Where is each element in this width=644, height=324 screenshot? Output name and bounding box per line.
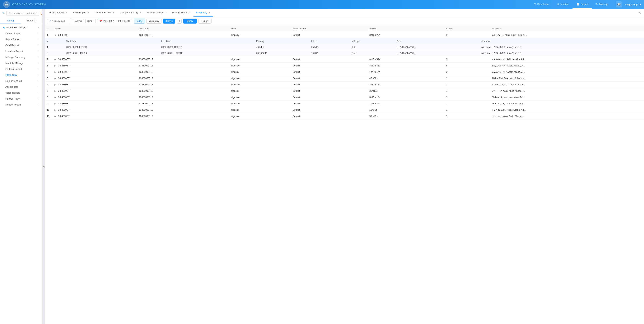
tab-location[interactable]: Location Report ✕ — [92, 9, 117, 17]
btn-export[interactable]: Export — [198, 18, 212, 23]
sidebar-item-monthly-mileage[interactable]: Monthly Mileage ♡ — [0, 60, 42, 66]
favorite-route-icon[interactable]: ♡ — [37, 38, 39, 41]
tab-bar-close-btn[interactable]: ✕ — [637, 11, 642, 15]
expand-btn-4[interactable]: ▶ — [54, 77, 58, 80]
nav-monitor[interactable]: ◎ Monitor — [553, 0, 572, 9]
col-header-count: Count — [444, 25, 490, 32]
tab-location-close[interactable]: ✕ — [112, 11, 114, 14]
cell-device-9: 13880000712 — [137, 107, 229, 113]
btn-query[interactable]: Query — [183, 18, 197, 23]
favorite-cmd-icon[interactable]: ♡ — [37, 44, 39, 47]
expand-btn-5[interactable]: ▶ — [54, 83, 58, 86]
favorite-location-icon[interactable]: ♡ — [37, 50, 39, 53]
favorite-acc-icon[interactable]: ♡ — [37, 86, 39, 88]
tab-route-close[interactable]: ✕ — [88, 11, 89, 14]
cell-device-5: 13880000712 — [137, 82, 229, 88]
favorite-mileage-summary-icon[interactable]: ♡ — [37, 56, 39, 59]
favorite-monthly-mileage-icon[interactable]: ♡ — [37, 62, 39, 65]
nav-report[interactable]: 📄 Report — [572, 0, 592, 9]
sidebar-group-header-travel[interactable]: ◀ Travel Reports (17) ∧ — [0, 24, 42, 30]
favorite-often-stay-icon[interactable]: ♡ — [37, 74, 39, 76]
expand-btn-0[interactable]: ▼ — [54, 34, 58, 36]
cell-parking-8: 1h26m21s — [368, 101, 444, 107]
favorite-parking-icon[interactable]: ♡ — [37, 68, 39, 70]
nav-manage[interactable]: ⚙ Manage — [592, 0, 612, 9]
btn-today[interactable]: Today — [134, 18, 145, 23]
tab-driving-close[interactable]: ✕ — [66, 11, 67, 14]
sidebar-item-packet[interactable]: Packet Report ♡ — [0, 96, 42, 102]
sidebar-item-rotate[interactable]: Rotate Report ♡ — [0, 102, 42, 108]
user-menu-btn[interactable]: uniguardgps ▾ — [625, 3, 641, 6]
expand-btn-9[interactable]: ▶ — [54, 109, 58, 111]
message-icon-btn[interactable]: 💬 — [616, 1, 622, 7]
favorite-driving-icon[interactable]: ♡ — [37, 32, 39, 35]
sidebar-item-parking[interactable]: Parking Report ♡ — [0, 66, 42, 72]
expand-btn-8[interactable]: ▶ — [54, 102, 58, 105]
sidebar-item-often-stay[interactable]: Often Stay ♡ — [0, 72, 42, 78]
content-area: Driving Report ✕ Route Report ✕ Location… — [45, 9, 644, 324]
sidebar-item-mileage-summary[interactable]: Mileage Summary ♡ — [0, 54, 42, 60]
cell-num-7: 8 — [45, 94, 52, 101]
favorite-rotate-icon[interactable]: ♡ — [37, 103, 39, 106]
filter-selected[interactable]: ✓ 1 is selected — [47, 19, 70, 23]
sidebar-item-label-rotate: Rotate Report — [5, 103, 21, 106]
search-input[interactable] — [6, 11, 39, 16]
tab-mileage-close[interactable]: ✕ — [140, 11, 142, 14]
tab-parking[interactable]: Parking Report ✕ — [170, 9, 194, 17]
logo-icon[interactable] — [3, 1, 10, 8]
filter-date-range[interactable]: 📅 2024-03-29 - 2024-04-01 — [97, 19, 132, 23]
favorite-voice-icon[interactable]: ♡ — [37, 92, 39, 94]
tab-parking-close[interactable]: ✕ — [189, 11, 191, 14]
favorite-packet-icon[interactable]: ♡ — [37, 97, 39, 100]
cell-device-3: 13880000712 — [137, 69, 229, 75]
cell-address-6: ቃቦና, አዲስ አበባ / Addis Ababa, ... — [490, 88, 644, 94]
btn-more[interactable]: > — [177, 18, 182, 23]
sidebar-item-acc[interactable]: Acc Report ♡ — [0, 84, 42, 90]
report-icon: 📄 — [576, 3, 579, 5]
sidebar-item-voice[interactable]: Voice Report ♡ — [0, 90, 42, 96]
tab-monthly[interactable]: Monthly Mileage ✕ — [144, 9, 170, 17]
message-icon: 💬 — [617, 3, 620, 6]
tab-route[interactable]: Route Report ✕ — [70, 9, 92, 17]
sidebar-item-region-search[interactable]: Region Search ♡ — [0, 78, 42, 84]
expand-btn-6[interactable]: ▶ — [54, 90, 58, 92]
expand-btn-7[interactable]: ▶ — [54, 96, 58, 99]
tab-mileage[interactable]: Mileage Summary ✕ — [117, 9, 144, 17]
sidebar-item-cmd[interactable]: Cmd Report ♡ — [0, 42, 42, 48]
sidebar-item-label-packet: Packet Report — [5, 97, 21, 100]
btn-3days[interactable]: 3 Days — [163, 18, 175, 23]
tab-driving[interactable]: Driving Report ✕ — [46, 9, 70, 17]
doc-icon[interactable]: 📋 — [40, 12, 42, 15]
expanded-sub-row: # Start Time End Time Parking Idle T Mil… — [45, 38, 644, 56]
sidebar-tab-all[interactable]: All(60) — [0, 18, 21, 24]
nav-dashboard[interactable]: ⊞ Dashboard — [530, 0, 553, 9]
expand-btn-10[interactable]: ▶ — [54, 115, 58, 118]
filter-type-select[interactable]: Parking — [72, 19, 84, 23]
cell-address-4: Debre Zeit Road, ሳሪስ / Saris, ኣ... — [490, 75, 644, 82]
favorite-region-search-icon[interactable]: ♡ — [37, 80, 39, 82]
table-row: 9 ▶ 3-84880ET 13880000712 nigussie Defau… — [45, 101, 644, 107]
expand-btn-1[interactable]: ▶ — [54, 58, 58, 61]
sub-col-area: Area — [395, 38, 480, 44]
sidebar-item-location[interactable]: Location Report ♡ — [0, 48, 42, 54]
tab-monthly-close[interactable]: ✕ — [165, 11, 167, 14]
sub-table-row: 1 2024-03-29 00:26:45 2024-03-29 01:13:3… — [45, 44, 644, 50]
cell-address-9: የካ, አዲስ አበባ / Addis Ababa, Ad... — [490, 107, 644, 113]
expand-btn-3[interactable]: ▶ — [54, 71, 58, 73]
expand-btn-2[interactable]: ▶ — [54, 65, 58, 67]
btn-yesterday[interactable]: Yesterday — [146, 18, 162, 23]
group-expand-icon: ◀ — [3, 26, 4, 29]
cell-count-7: 1 — [444, 94, 490, 101]
filter-duration-select[interactable]: 30m ▾ — [85, 19, 96, 23]
table-row: 10 ▶ 3-84880ET 13880000712 nigussie Defa… — [45, 107, 644, 113]
tab-often-stay-close[interactable]: ✕ — [209, 11, 210, 14]
cell-parking-3: 1h47m17s — [368, 69, 444, 75]
sidebar-collapse-toggle[interactable]: ◀ — [42, 9, 45, 324]
cell-parking-10: 30m23s — [368, 113, 444, 120]
sidebar-item-route[interactable]: Route Report ♡ — [0, 36, 42, 42]
sidebar-tab-stared[interactable]: Stared(3) — [21, 18, 42, 24]
sidebar-item-driving[interactable]: Driving Report ♡ — [0, 30, 42, 36]
tab-often-stay[interactable]: Often Stay ✕ — [194, 9, 213, 17]
filter-bar: ✓ 1 is selected Parking 30m ▾ 📅 2024-03-… — [45, 17, 644, 25]
table-row: 4 ▶ 3-84880ET 13880000712 nigussie Defau… — [45, 69, 644, 75]
